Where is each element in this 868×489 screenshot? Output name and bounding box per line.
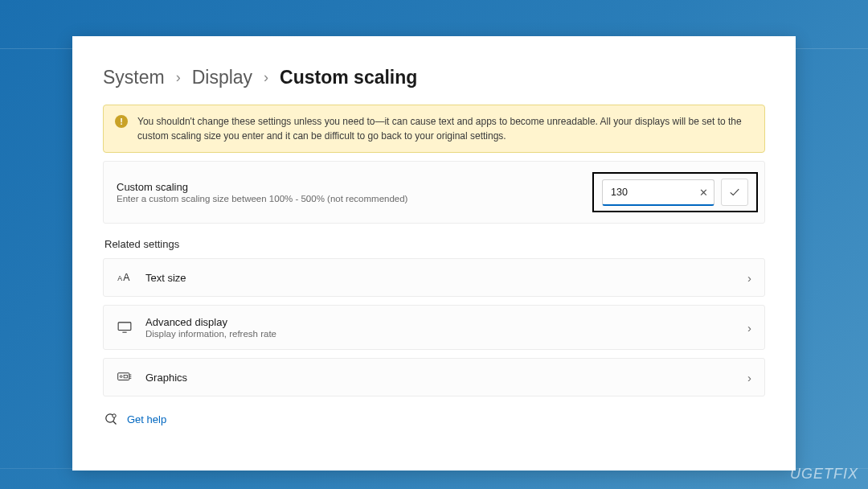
watermark: UGETFIX (790, 466, 858, 483)
custom-scaling-subtitle: Enter a custom scaling size between 100%… (117, 194, 407, 203)
apply-button[interactable] (721, 179, 748, 206)
chevron-right-icon: › (264, 69, 268, 86)
help-icon (104, 413, 117, 425)
warning-icon: ! (115, 115, 128, 128)
svg-text:A: A (123, 272, 130, 283)
svg-line-11 (113, 421, 117, 425)
check-icon (729, 187, 740, 198)
text-size-row[interactable]: AA Text size › (103, 258, 765, 297)
advanced-display-subtitle: Display information, refresh rate (145, 329, 276, 339)
warning-text: You shouldn't change these settings unle… (137, 114, 753, 143)
breadcrumb-current: Custom scaling (280, 67, 417, 88)
custom-scaling-row: Custom scaling Enter a custom scaling si… (103, 161, 765, 224)
monitor-icon (117, 319, 133, 335)
svg-rect-6 (124, 375, 127, 378)
chevron-right-icon: › (747, 371, 751, 384)
svg-text:A: A (117, 274, 122, 282)
warning-banner: ! You shouldn't change these settings un… (103, 105, 765, 153)
chevron-right-icon: › (747, 271, 751, 285)
breadcrumb-display[interactable]: Display (192, 67, 252, 88)
chevron-right-icon: › (747, 321, 751, 335)
custom-scaling-title: Custom scaling (117, 181, 407, 193)
breadcrumb-system[interactable]: System (103, 67, 165, 88)
text-size-title: Text size (145, 272, 186, 284)
svg-point-12 (113, 414, 116, 417)
input-highlight-box: ✕ (592, 172, 758, 212)
graphics-icon (117, 369, 133, 385)
text-size-icon: AA (117, 269, 133, 286)
svg-rect-2 (118, 323, 131, 331)
settings-window: System › Display › Custom scaling ! You … (72, 36, 796, 471)
custom-scaling-input[interactable] (602, 179, 714, 206)
advanced-display-title: Advanced display (145, 316, 276, 328)
help-row: Get help (103, 413, 765, 425)
advanced-display-row[interactable]: Advanced display Display information, re… (103, 305, 765, 350)
clear-input-icon[interactable]: ✕ (699, 187, 708, 199)
related-settings-header: Related settings (104, 238, 765, 250)
graphics-title: Graphics (145, 372, 187, 384)
get-help-link[interactable]: Get help (127, 413, 166, 425)
svg-point-5 (120, 376, 122, 378)
breadcrumb: System › Display › Custom scaling (103, 67, 765, 88)
graphics-row[interactable]: Graphics › (103, 358, 765, 397)
chevron-right-icon: › (176, 69, 181, 86)
